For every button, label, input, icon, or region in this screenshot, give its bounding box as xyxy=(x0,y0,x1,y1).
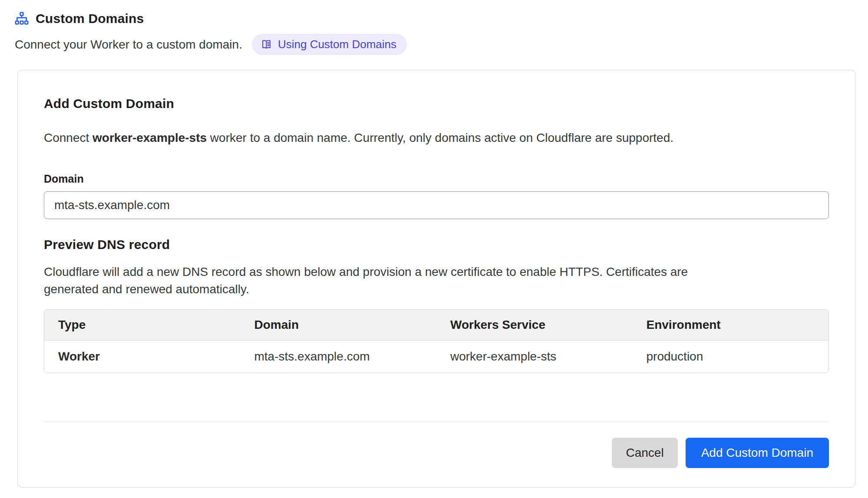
add-custom-domain-button[interactable]: Add Custom Domain xyxy=(686,438,829,468)
worker-name: worker-example-sts xyxy=(92,131,207,144)
page-title: Custom Domains xyxy=(36,11,144,26)
footer-divider xyxy=(44,422,829,422)
column-header-domain: Domain xyxy=(241,310,437,341)
preview-dns-description: Cloudflare will add a new DNS record as … xyxy=(44,263,695,298)
sitemap-icon xyxy=(15,12,29,26)
action-buttons: Cancel Add Custom Domain xyxy=(44,438,829,468)
dns-preview-table: Type Domain Workers Service Environment … xyxy=(44,309,829,373)
page-header: Custom Domains Connect your Worker to a … xyxy=(0,11,868,55)
book-icon xyxy=(261,39,272,50)
custom-domains-page: Custom Domains Connect your Worker to a … xyxy=(0,0,868,488)
subtitle-row: Connect your Worker to a custom domain. … xyxy=(15,34,868,55)
page-subtitle: Connect your Worker to a custom domain. xyxy=(15,38,242,52)
cancel-button[interactable]: Cancel xyxy=(612,438,677,468)
preview-dns-heading: Preview DNS record xyxy=(44,237,829,252)
domain-label: Domain xyxy=(44,173,829,185)
cell-workers-service: worker-example-sts xyxy=(436,341,633,373)
column-header-type: Type xyxy=(44,310,241,341)
table-header-row: Type Domain Workers Service Environment xyxy=(44,310,828,341)
intro-prefix: Connect xyxy=(44,131,92,144)
docs-link-label: Using Custom Domains xyxy=(278,38,396,51)
table-row: Worker mta-sts.example.com worker-exampl… xyxy=(44,341,828,373)
cell-type: Worker xyxy=(44,341,241,373)
cell-environment: production xyxy=(633,341,829,373)
intro-suffix: worker to a domain name. Currently, only… xyxy=(207,131,673,144)
docs-link-using-custom-domains[interactable]: Using Custom Domains xyxy=(252,34,407,55)
card-heading: Add Custom Domain xyxy=(44,96,829,111)
card-intro-text: Connect worker-example-sts worker to a d… xyxy=(44,129,829,147)
column-header-workers-service: Workers Service xyxy=(436,310,633,341)
add-custom-domain-card: Add Custom Domain Connect worker-example… xyxy=(17,70,855,488)
cell-domain: mta-sts.example.com xyxy=(241,341,437,373)
title-row: Custom Domains xyxy=(15,11,868,26)
domain-input[interactable] xyxy=(44,191,829,219)
column-header-environment: Environment xyxy=(633,310,829,341)
